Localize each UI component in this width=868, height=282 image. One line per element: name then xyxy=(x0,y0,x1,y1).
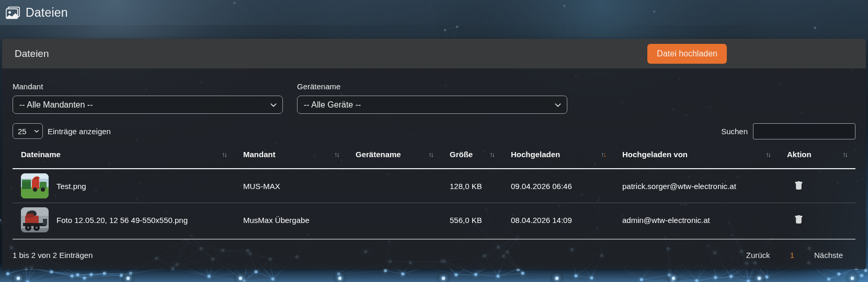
cell-geraetename xyxy=(347,203,441,240)
delete-file-button[interactable] xyxy=(793,180,804,192)
filter-row: Mandant -- Alle Mandanten -- Gerätename … xyxy=(13,82,855,114)
delete-file-button[interactable] xyxy=(793,214,804,226)
images-icon xyxy=(6,6,20,20)
geraetename-select[interactable]: -- Alle Geräte -- xyxy=(297,96,567,114)
table-header-row: Dateiname ↑↓ Mandant ↑↓ Gerätename ↑↓ Gr… xyxy=(13,140,855,169)
cell-groesse: 128,0 KB xyxy=(441,169,502,203)
pagination: Zurück 1 Nächste xyxy=(746,251,855,260)
page-title: Dateien xyxy=(26,6,68,20)
file-name: Test.png xyxy=(56,182,86,191)
results-info: 1 bis 2 von 2 Einträgen xyxy=(13,251,93,260)
trash-icon xyxy=(794,181,803,191)
column-header-aktion[interactable]: Aktion ↑↓ xyxy=(779,140,855,169)
column-header-mandant[interactable]: Mandant ↑↓ xyxy=(235,140,347,169)
cell-hochgeladen-von: admin@wtw-electronic.at xyxy=(614,203,779,240)
files-table: Dateiname ↑↓ Mandant ↑↓ Gerätename ↑↓ Gr… xyxy=(13,140,855,240)
sort-arrows-icon: ↑↓ xyxy=(485,150,494,158)
cell-mandant: MUS-MAX xyxy=(235,169,347,203)
geraetename-label: Gerätename xyxy=(297,82,567,91)
panel-header: Dateien Datei hochladen xyxy=(2,39,866,68)
sort-arrows-icon: ↑↓ xyxy=(597,150,606,158)
pagination-next[interactable]: Nächste xyxy=(814,251,843,260)
search-input[interactable] xyxy=(753,123,855,139)
page-length-label: Einträge anzeigen xyxy=(48,127,111,136)
thumbnail-harvester-field-photo xyxy=(21,173,49,198)
column-header-dateiname[interactable]: Dateiname ↑↓ xyxy=(13,140,235,169)
app-header: Dateien xyxy=(0,0,868,25)
table-row: Test.png MUS-MAX 128,0 KB 09.04.2026 06:… xyxy=(13,169,855,203)
column-header-hochgeladen[interactable]: Hochgeladen ↑↓ xyxy=(502,140,614,169)
table-footer: 1 bis 2 von 2 Einträgen Zurück 1 Nächste xyxy=(13,251,855,262)
thumbnail-wood-chipper-photo xyxy=(21,207,49,232)
table-row: Foto 12.05.20, 12 56 49-550x550.png MusM… xyxy=(13,203,855,240)
column-header-hochgeladen-von[interactable]: Hochgeladen von ↑↓ xyxy=(614,140,779,169)
mandant-label: Mandant xyxy=(13,82,283,91)
mandant-select[interactable]: -- Alle Mandanten -- xyxy=(13,96,283,114)
cell-hochgeladen: 09.04.2026 06:46 xyxy=(502,169,614,203)
sort-arrows-icon: ↑↓ xyxy=(838,150,847,158)
column-header-groesse[interactable]: Größe ↑↓ xyxy=(441,140,502,169)
files-panel: Dateien Datei hochladen Mandant -- Alle … xyxy=(2,39,866,269)
trash-icon xyxy=(794,215,803,225)
column-header-geraetename[interactable]: Gerätename ↑↓ xyxy=(347,140,441,169)
page-length-select[interactable]: 25 xyxy=(13,123,43,139)
sort-arrows-icon: ↑↓ xyxy=(761,150,770,158)
cell-hochgeladen: 08.04.2026 14:09 xyxy=(502,203,614,240)
pagination-current-page[interactable]: 1 xyxy=(790,251,794,260)
cell-geraetename xyxy=(347,169,441,203)
table-controls: 25 Einträge anzeigen Suchen xyxy=(13,123,855,139)
pagination-previous[interactable]: Zurück xyxy=(746,251,770,260)
sort-arrows-icon: ↑↓ xyxy=(424,150,433,158)
search-label: Suchen xyxy=(721,127,748,136)
cell-mandant: MusMax Übergabe xyxy=(235,203,347,240)
cell-groesse: 556,0 KB xyxy=(441,203,502,240)
file-name: Foto 12.05.20, 12 56 49-550x550.png xyxy=(56,216,188,225)
cell-hochgeladen-von: patrick.sorger@wtw-electronic.at xyxy=(614,169,779,203)
sort-arrows-icon: ↑↓ xyxy=(218,150,226,158)
upload-file-button[interactable]: Datei hochladen xyxy=(647,44,727,64)
sort-arrows-icon: ↑↓ xyxy=(330,150,339,158)
panel-title: Dateien xyxy=(15,48,49,60)
